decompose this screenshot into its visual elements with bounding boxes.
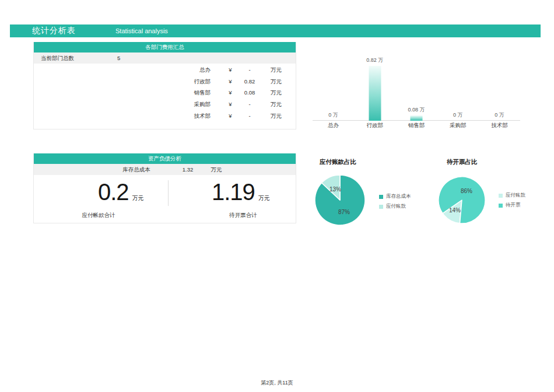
legend-label: 待开票 <box>506 202 521 209</box>
unit-label: 万元 <box>271 101 294 108</box>
unit-label: 万元 <box>271 66 294 74</box>
dept-name: 总办 <box>34 66 211 74</box>
legend-swatch <box>499 194 503 198</box>
bar-data-label: 0 万 <box>437 111 479 119</box>
balance-header: 资产负债分析 <box>34 153 296 164</box>
dept-table-body: 总办 ¥ - 万元 行政部 ¥ 0.82 万元 销售部 ¥ 0.08 万元 采购… <box>34 64 296 121</box>
dept-value: 0.08 <box>232 89 267 96</box>
table-row: 采购部 ¥ - 万元 <box>34 99 296 110</box>
invoice-total-label: 待开票合计 <box>208 212 278 219</box>
payable-total-label: 应付帐款合计 <box>64 212 134 219</box>
pie2-title: 待开票占比 <box>447 158 478 166</box>
invoice-total-value: 1.19 <box>212 178 255 205</box>
balance-analysis-table: 资产负债分析 库存总成本 1.32 万元 0.2 万元 1.19 万元 应付帐款… <box>33 153 296 223</box>
dept-expense-bar-chart[interactable]: 0 万 总办 0.82 万 行政部 0.08 万 销售部 0 万 采购部 0 万… <box>313 55 520 130</box>
dept-table-header: 各部门费用汇总 <box>34 42 296 52</box>
legend-label: 应付账款 <box>386 203 406 210</box>
legend-label: 应付账款 <box>506 192 525 199</box>
inventory-unit: 万元 <box>199 166 234 174</box>
table-row: 总办 ¥ - 万元 <box>34 64 296 76</box>
pie2-legend: 应付账款 待开票 <box>499 192 525 209</box>
legend-swatch <box>379 195 383 199</box>
bar-category-label: 技术部 <box>479 122 520 130</box>
dept-expense-table: 各部门费用汇总 当前部门总数 5 总办 ¥ - 万元 行政部 ¥ 0.82 万元… <box>33 42 296 130</box>
bar-category-label: 行政部 <box>354 122 395 130</box>
bar-category-label: 总办 <box>313 122 354 130</box>
payable-total-value: 0.2 <box>98 178 129 205</box>
dept-value: 0.82 <box>232 78 267 85</box>
payable-total-unit: 万元 <box>132 194 144 202</box>
dept-name: 采购部 <box>34 101 211 108</box>
bar-slot: 0 万 采购部 <box>437 55 479 130</box>
dept-value: - <box>232 101 267 107</box>
bar-slot: 0 万 技术部 <box>479 55 520 130</box>
dept-count-value: 5 <box>117 55 120 61</box>
bar-slot: 0.82 万 行政部 <box>354 55 395 130</box>
vertical-divider <box>168 180 169 206</box>
table-row: 技术部 ¥ - 万元 <box>34 110 296 122</box>
bar-category-label: 销售部 <box>395 122 437 130</box>
dept-value: - <box>232 113 267 119</box>
page-title: 统计分析表 <box>32 26 76 36</box>
page-subtitle: Statistical analysis <box>115 27 168 34</box>
inventory-row: 库存总成本 1.32 万元 <box>34 164 296 175</box>
bar <box>410 116 422 121</box>
bar-data-label: 0 万 <box>479 111 520 119</box>
invoice-total-unit: 万元 <box>258 194 270 202</box>
page-number: 第2页, 共11页 <box>0 379 554 387</box>
bar-data-label: 0 万 <box>313 111 354 119</box>
legend-item: 库存总成本 <box>379 193 411 200</box>
dept-count-label: 当前部门总数 <box>41 55 74 62</box>
pie1-title: 应付账款占比 <box>320 158 356 166</box>
payable-ratio-pie-chart[interactable] <box>312 172 368 228</box>
report-title-bar: 统计分析表 Statistical analysis <box>10 24 541 37</box>
bar <box>369 66 381 121</box>
report-page: 统计分析表 Statistical analysis 各部门费用汇总 当前部门总… <box>0 0 554 392</box>
dept-name: 行政部 <box>34 78 211 86</box>
bar-category-label: 采购部 <box>437 122 479 130</box>
dept-count-row: 当前部门总数 5 <box>34 52 296 64</box>
legend-item: 待开票 <box>499 202 525 209</box>
invoice-total: 1.19 万元 <box>212 178 270 205</box>
pie-slice-label: 13% <box>325 186 345 192</box>
dept-value: - <box>232 66 267 73</box>
payable-total: 0.2 万元 <box>98 178 144 205</box>
dept-name: 技术部 <box>34 113 211 120</box>
pie-slice-label: 87% <box>334 209 354 215</box>
table-row: 行政部 ¥ 0.82 万元 <box>34 76 296 88</box>
bar-data-label: 0.08 万 <box>395 106 437 114</box>
table-row: 销售部 ¥ 0.08 万元 <box>34 87 296 99</box>
invoice-ratio-pie-chart[interactable] <box>436 174 488 226</box>
legend-swatch <box>379 205 383 209</box>
bar-data-label: 0.82 万 <box>354 57 395 64</box>
legend-item: 应付账款 <box>379 203 411 210</box>
inventory-label: 库存总成本 <box>107 166 166 174</box>
legend-label: 库存总成本 <box>386 193 411 200</box>
pie-slice-label: 14% <box>445 207 465 214</box>
bar-slot: 0.08 万 销售部 <box>395 55 437 130</box>
legend-swatch <box>499 204 503 208</box>
pie-slice-label: 86% <box>457 188 476 194</box>
unit-label: 万元 <box>271 89 294 97</box>
unit-label: 万元 <box>271 78 294 86</box>
dept-name: 销售部 <box>34 89 211 97</box>
unit-label: 万元 <box>271 113 294 120</box>
legend-item: 应付账款 <box>499 192 525 199</box>
bar-slot: 0 万 总办 <box>313 55 354 130</box>
pie1-legend: 库存总成本 应付账款 <box>379 193 411 210</box>
